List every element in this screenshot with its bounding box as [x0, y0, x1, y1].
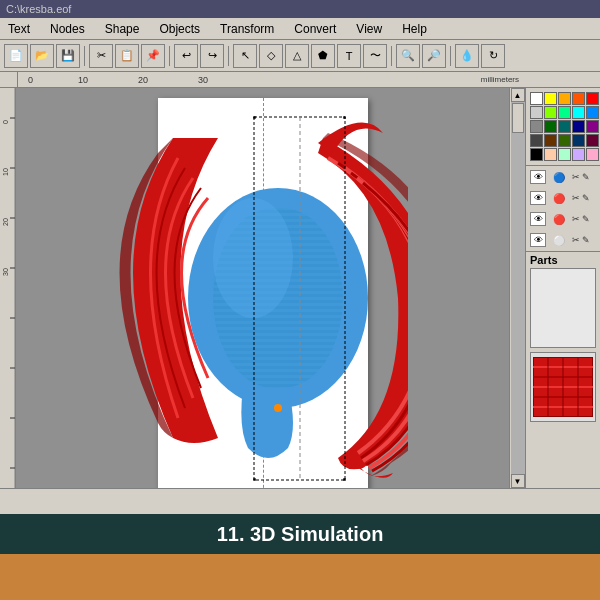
layer-1-edit[interactable]: ✎ [582, 172, 590, 182]
color-swatch-11[interactable] [544, 120, 557, 133]
drawing-canvas[interactable] [16, 88, 509, 488]
menu-transform[interactable]: Transform [216, 20, 278, 38]
polygon-button[interactable]: ⬟ [311, 44, 335, 68]
ruler-tick-30: 30 [198, 75, 208, 85]
paste-button[interactable]: 📌 [141, 44, 165, 68]
color-swatch-6[interactable] [544, 106, 557, 119]
layer-4-edit[interactable]: ✎ [582, 235, 590, 245]
color-swatch-16[interactable] [544, 134, 557, 147]
cut-button[interactable]: ✂ [89, 44, 113, 68]
color-swatch-3[interactable] [572, 92, 585, 105]
menu-objects[interactable]: Objects [155, 20, 204, 38]
svg-point-19 [213, 198, 293, 318]
layer-3-cut[interactable]: ✂ [572, 214, 580, 224]
color-swatch-19[interactable] [586, 134, 599, 147]
color-swatch-4[interactable] [586, 92, 599, 105]
layer-1-actions: ✂ ✎ [572, 172, 590, 182]
bottom-thumbnail [530, 352, 596, 422]
new-button[interactable]: 📄 [4, 44, 28, 68]
color-swatch-2[interactable] [558, 92, 571, 105]
ruler-tick-10: 10 [78, 75, 88, 85]
menu-text[interactable]: Text [4, 20, 34, 38]
color-swatch-14[interactable] [586, 120, 599, 133]
rotate-button[interactable]: ↻ [481, 44, 505, 68]
ruler-top: 0 10 20 30 millimeters [0, 72, 600, 88]
menu-view[interactable]: View [352, 20, 386, 38]
svg-point-20 [274, 404, 282, 412]
color-swatch-8[interactable] [572, 106, 585, 119]
layer-3-visibility[interactable]: 👁 [530, 212, 546, 226]
layer-4-actions: ✂ ✎ [572, 235, 590, 245]
layer-3-icon: 🔴 [549, 212, 569, 226]
layer-row-2: 👁 🔴 ✂ ✎ [530, 189, 596, 207]
parts-content [530, 268, 596, 348]
layer-controls: 👁 🔵 ✂ ✎ 👁 🔴 ✂ ✎ 👁 [526, 165, 600, 251]
ruler-unit: millimeters [481, 75, 519, 84]
save-button[interactable]: 💾 [56, 44, 80, 68]
color-swatch-9[interactable] [586, 106, 599, 119]
text-tool-button[interactable]: T [337, 44, 361, 68]
color-swatch-0[interactable] [530, 92, 543, 105]
copy-button[interactable]: 📋 [115, 44, 139, 68]
toolbar-sep-1 [84, 46, 85, 66]
scroll-thumb[interactable] [512, 103, 524, 133]
color-swatch-17[interactable] [558, 134, 571, 147]
bezier-button[interactable]: 〜 [363, 44, 387, 68]
color-swatch-21[interactable] [544, 148, 557, 161]
toolbar-sep-5 [450, 46, 451, 66]
color-swatch-15[interactable] [530, 134, 543, 147]
color-swatch-12[interactable] [558, 120, 571, 133]
menu-bar: Text Nodes Shape Objects Transform Conve… [0, 18, 600, 40]
color-swatch-24[interactable] [586, 148, 599, 161]
scroll-track[interactable] [511, 102, 525, 474]
layer-2-edit[interactable]: ✎ [582, 193, 590, 203]
select-button[interactable]: ↖ [233, 44, 257, 68]
svg-text:0: 0 [2, 120, 9, 124]
zoom-in-button[interactable]: 🔍 [396, 44, 420, 68]
layer-1-visibility[interactable]: 👁 [530, 170, 546, 184]
layer-2-icon: 🔴 [549, 191, 569, 205]
svg-text:20: 20 [2, 218, 9, 226]
color-swatch-5[interactable] [530, 106, 543, 119]
menu-help[interactable]: Help [398, 20, 431, 38]
color-swatch-22[interactable] [558, 148, 571, 161]
zoom-out-button[interactable]: 🔎 [422, 44, 446, 68]
color-swatch-18[interactable] [572, 134, 585, 147]
layer-2-cut[interactable]: ✂ [572, 193, 580, 203]
status-bar [0, 488, 600, 514]
parts-label: Parts [530, 254, 596, 266]
layer-row-4: 👁 ⚪ ✂ ✎ [530, 231, 596, 249]
color-swatch-1[interactable] [544, 92, 557, 105]
menu-shape[interactable]: Shape [101, 20, 144, 38]
color-swatch-23[interactable] [572, 148, 585, 161]
layer-2-visibility[interactable]: 👁 [530, 191, 546, 205]
eyedrop-button[interactable]: 💧 [455, 44, 479, 68]
layer-4-visibility[interactable]: 👁 [530, 233, 546, 247]
toolbar: 📄 📂 💾 ✂ 📋 📌 ↩ ↪ ↖ ◇ △ ⬟ T 〜 🔍 🔎 💧 ↻ [0, 40, 600, 72]
ruler-left: 0 10 20 30 [0, 88, 16, 488]
color-swatch-13[interactable] [572, 120, 585, 133]
layer-1-cut[interactable]: ✂ [572, 172, 580, 182]
open-button[interactable]: 📂 [30, 44, 54, 68]
blue-center-shape [188, 188, 368, 458]
menu-convert[interactable]: Convert [290, 20, 340, 38]
scroll-down-button[interactable]: ▼ [511, 474, 525, 488]
thumbnail-svg [533, 357, 593, 417]
parts-section: Parts [526, 251, 600, 424]
menu-nodes[interactable]: Nodes [46, 20, 89, 38]
layer-3-actions: ✂ ✎ [572, 214, 590, 224]
color-swatch-7[interactable] [558, 106, 571, 119]
color-swatch-10[interactable] [530, 120, 543, 133]
scrollbar-right[interactable]: ▲ ▼ [509, 88, 525, 488]
layer-3-edit[interactable]: ✎ [582, 214, 590, 224]
node-button[interactable]: ◇ [259, 44, 283, 68]
shape-button[interactable]: △ [285, 44, 309, 68]
layer-4-cut[interactable]: ✂ [572, 235, 580, 245]
layer-4-icon: ⚪ [549, 233, 569, 247]
ruler-tick-20: 20 [138, 75, 148, 85]
caption-text: 11. 3D Simulation [217, 523, 384, 546]
undo-button[interactable]: ↩ [174, 44, 198, 68]
redo-button[interactable]: ↪ [200, 44, 224, 68]
color-swatch-20[interactable] [530, 148, 543, 161]
scroll-up-button[interactable]: ▲ [511, 88, 525, 102]
